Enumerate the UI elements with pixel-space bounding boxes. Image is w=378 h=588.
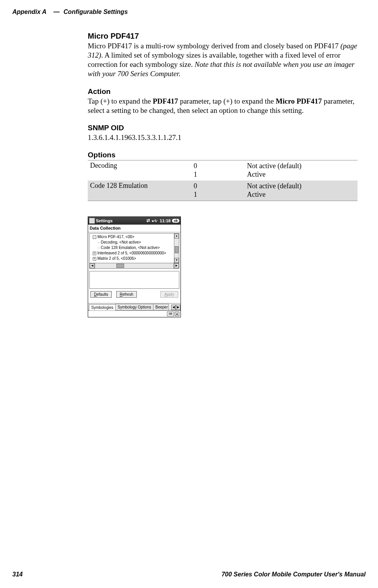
tree-panel: -Micro PDF-417, <00> Decoding, <Not acti… — [89, 233, 179, 263]
ok-button[interactable]: ok — [172, 219, 179, 223]
tree-node[interactable]: Decoding, <Not active> — [90, 240, 178, 245]
tree-label: Micro PDF-417, <00> — [97, 235, 135, 239]
tab-beeper[interactable]: Beeper — [153, 304, 169, 310]
table-row: Decoding 0 1 Not active (default) Active — [88, 160, 358, 181]
option-values: Not active (default) Active — [247, 162, 355, 179]
option-values: Not active (default) Active — [247, 182, 355, 199]
snmp-value: 1.3.6.1.4.1.1963.15.3.3.1.1.27.1 — [88, 133, 358, 142]
tree-label: Interleaved 2 of 5, <000006000000000> — [97, 251, 166, 255]
sip-bar: ⌨ ▲ — [88, 310, 180, 317]
speaker-icon: ◀౿ — [152, 218, 158, 223]
scroll-right-button[interactable]: ▶ — [174, 263, 179, 268]
action-heading: Action — [88, 87, 358, 96]
clock-text: 11:18 — [160, 218, 170, 223]
appendix-label: Appendix A — [12, 9, 46, 15]
options-table: Decoding 0 1 Not active (default) Active… — [88, 160, 358, 201]
option-code: 1 — [194, 190, 247, 199]
tab-symbology-options[interactable]: Symbology Options — [115, 304, 153, 310]
tab-nav: ◀ ▶ — [171, 305, 180, 310]
action-bold-2: Micro PDF417 — [276, 97, 322, 105]
tree-label: Matrix 2 of 5, <01006> — [97, 256, 136, 261]
action-bold-1: PDF417 — [153, 97, 178, 105]
content-area: Micro PDF417 Micro PDF417 is a multi-row… — [88, 32, 358, 317]
page-header: Appendix A — Configurable Settings — [12, 9, 366, 15]
header-separator: — — [53, 9, 60, 15]
edit-panel[interactable] — [89, 271, 179, 289]
scroll-thumb[interactable] — [116, 264, 124, 268]
tree-label: Decoding, <Not active> — [101, 240, 141, 244]
expand-icon[interactable]: + — [93, 252, 96, 255]
action-paragraph: Tap (+) to expand the PDF417 parameter, … — [88, 97, 358, 115]
tree-node[interactable]: +Matrix 2 of 5, <01006> — [90, 256, 178, 261]
tree-view[interactable]: -Micro PDF-417, <00> Decoding, <Not acti… — [90, 233, 179, 262]
table-row: Code 128 Emulation 0 1 Not active (defau… — [88, 181, 358, 201]
option-code: 0 — [194, 162, 247, 170]
option-name: Decoding — [90, 162, 194, 179]
action-text-2: parameter, tap (+) to expand the — [178, 97, 276, 105]
option-name: Code 128 Emulation — [90, 182, 194, 199]
page-number: 314 — [12, 571, 23, 578]
tab-symbologies[interactable]: Symbologies — [89, 304, 116, 310]
device-screenshot: Settings ⇄ ◀౿ 11:18 ok Data Collection -… — [88, 216, 181, 317]
expand-icon[interactable]: + — [93, 257, 96, 261]
sip-up-icon[interactable]: ▲ — [175, 312, 179, 316]
header-title: Configurable Settings — [63, 9, 128, 15]
button-label: efaults — [97, 292, 108, 297]
collapse-icon[interactable]: - — [93, 235, 96, 239]
tree-node[interactable]: +Interleaved 2 of 5, <000006000000000> — [90, 251, 178, 256]
scroll-track[interactable] — [95, 263, 174, 268]
options-heading: Options — [88, 151, 358, 159]
refresh-button[interactable]: Refresh — [116, 291, 137, 298]
button-label: efresh — [123, 292, 133, 297]
option-codes: 0 1 — [194, 182, 247, 199]
titlebar: Settings ⇄ ◀౿ 11:18 ok — [88, 217, 180, 225]
app-title: Settings — [96, 218, 112, 223]
option-code: 1 — [194, 170, 247, 179]
scroll-down-button[interactable]: ▼ — [174, 258, 179, 263]
scroll-left-button[interactable]: ◀ — [90, 263, 95, 268]
windows-flag-icon[interactable] — [89, 218, 95, 223]
tab-scroll-right[interactable]: ▶ — [176, 305, 180, 310]
panel-title: Data Collection — [88, 225, 180, 232]
snmp-heading: SNMP OID — [88, 124, 358, 132]
option-value: Active — [247, 190, 355, 199]
page-footer: 314 700 Series Color Mobile Computer Use… — [12, 571, 366, 578]
tree-node[interactable]: -Micro PDF-417, <00> — [90, 234, 178, 240]
intro-paragraph: Micro PDF417 is a multi-row symbology de… — [88, 41, 358, 79]
tree-label: Code 128 Emulation, <Not active> — [101, 245, 160, 250]
action-text-1: Tap (+) to expand the — [88, 97, 153, 105]
manual-title: 700 Series Color Mobile Computer User's … — [221, 571, 366, 578]
vertical-scrollbar[interactable]: ▲ ▼ — [174, 233, 179, 263]
option-value: Active — [247, 170, 355, 179]
scroll-thumb[interactable] — [175, 246, 179, 253]
tab-scroll-left[interactable]: ◀ — [171, 305, 176, 310]
button-label: pply — [167, 292, 174, 297]
apply-button: Apply — [160, 291, 178, 298]
option-value: Not active (default) — [247, 162, 355, 170]
status-icons: ⇄ ◀౿ 11:18 ok — [146, 218, 179, 223]
tree-node[interactable]: Code 128 Emulation, <Not active> — [90, 245, 178, 251]
keyboard-icon[interactable]: ⌨ — [167, 312, 174, 316]
option-value: Not active (default) — [247, 182, 355, 191]
intro-text-1: Micro PDF417 is a multi-row symbology de… — [88, 42, 341, 50]
mnemonic: R — [120, 292, 123, 297]
connection-icon: ⇄ — [146, 218, 150, 223]
scroll-track[interactable] — [174, 239, 179, 258]
option-codes: 0 1 — [194, 162, 247, 179]
button-row: Defaults Refresh Apply — [88, 289, 180, 298]
option-code: 0 — [194, 182, 247, 191]
scroll-up-button[interactable]: ▲ — [174, 233, 179, 239]
tabstrip: Symbologies Symbology Options Beeper ◀ ▶ — [88, 303, 180, 310]
defaults-button[interactable]: Defaults — [90, 291, 112, 298]
horizontal-scrollbar[interactable]: ◀ ▶ — [89, 263, 179, 269]
section-title: Micro PDF417 — [88, 32, 358, 41]
